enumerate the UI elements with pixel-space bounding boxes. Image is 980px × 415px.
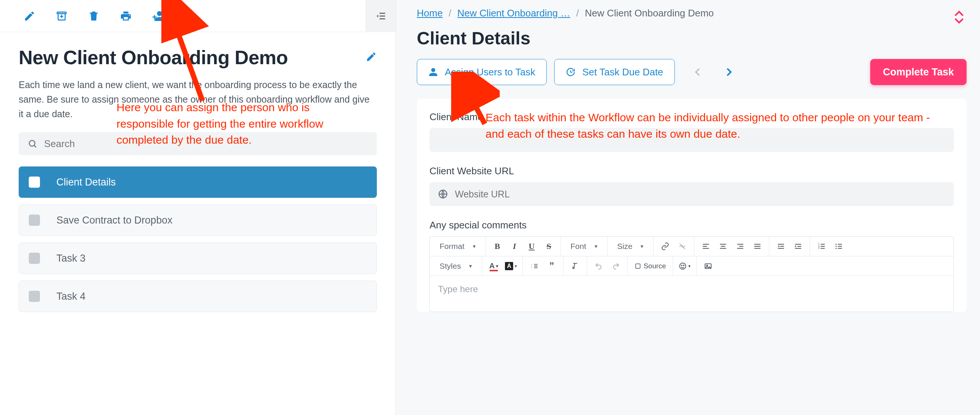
svg-point-7 xyxy=(836,246,837,247)
svg-point-14 xyxy=(706,265,708,266)
edit-title-icon[interactable] xyxy=(366,51,377,64)
rte-strike-icon[interactable]: S xyxy=(542,239,556,253)
rte-align-center-icon[interactable] xyxy=(716,239,730,253)
left-pane: New Client Onboarding Demo Each time we … xyxy=(0,0,396,415)
collapse-left-icon[interactable] xyxy=(366,0,396,32)
edit-icon[interactable] xyxy=(13,5,46,27)
left-toolbar xyxy=(0,0,396,32)
history-icon[interactable] xyxy=(174,5,206,27)
task-label: Task 4 xyxy=(56,291,86,302)
workflow-title: New Client Onboarding Demo xyxy=(19,46,288,69)
rte-align-left-icon[interactable] xyxy=(699,239,713,253)
rte-text-color-icon[interactable]: A▾ xyxy=(487,259,501,273)
collapse-right-icon[interactable] xyxy=(954,10,964,25)
svg-text:3: 3 xyxy=(818,247,820,249)
client-website-wrapper[interactable] xyxy=(430,182,954,206)
action-row: Assign Users to Task Set Task Due Date C… xyxy=(417,59,967,85)
prev-task-arrow xyxy=(689,63,706,81)
checkbox-icon[interactable] xyxy=(29,253,40,264)
breadcrumb-home[interactable]: Home xyxy=(417,8,442,19)
checkbox-icon[interactable] xyxy=(29,215,40,226)
breadcrumb-current: New Client Onboarding Demo xyxy=(585,8,714,19)
breadcrumb-template[interactable]: New Client Onboarding … xyxy=(458,8,570,19)
rte-align-right-icon[interactable] xyxy=(733,239,747,253)
client-website-input[interactable] xyxy=(455,189,946,200)
rte-hr-icon[interactable] xyxy=(527,259,541,273)
task-label: Save Contract to Dropbox xyxy=(56,215,173,226)
right-pane: Home / New Client Onboarding … / New Cli… xyxy=(396,0,980,415)
svg-point-11 xyxy=(682,265,682,266)
svg-point-12 xyxy=(684,265,684,266)
svg-point-1 xyxy=(29,141,35,146)
rte-body[interactable]: Type here xyxy=(430,276,953,312)
task-item[interactable]: Client Details xyxy=(19,166,377,198)
svg-point-8 xyxy=(836,248,837,249)
task-item[interactable]: Task 4 xyxy=(19,280,377,312)
user-icon xyxy=(428,67,438,77)
rte-bullet-list-icon[interactable] xyxy=(832,239,846,253)
task-label: Task 3 xyxy=(56,253,86,264)
rte-bold-icon[interactable]: B xyxy=(490,239,504,253)
rte-unlink-icon[interactable] xyxy=(675,239,689,253)
section-title: Client Details xyxy=(417,28,967,49)
rte-numbered-list-icon[interactable]: 123 xyxy=(815,239,829,253)
rte-toolbar: Format▾ B I U S Font▾ Size▾ xyxy=(430,237,953,276)
rte-bg-color-icon[interactable]: A▾ xyxy=(504,259,518,273)
clock-refresh-icon xyxy=(566,67,576,77)
search-icon xyxy=(28,139,37,149)
task-list: Client DetailsSave Contract to DropboxTa… xyxy=(19,166,377,312)
svg-point-6 xyxy=(836,244,837,245)
rte-indent-icon[interactable] xyxy=(791,239,805,253)
print-icon[interactable] xyxy=(110,5,142,27)
svg-point-10 xyxy=(680,263,686,269)
annotation-left: Here you can assign the person who is re… xyxy=(116,99,363,148)
complete-task-button[interactable]: Complete Task xyxy=(870,59,967,85)
assign-user-icon[interactable] xyxy=(142,5,174,27)
rte-image-icon[interactable] xyxy=(701,259,715,273)
next-task-arrow[interactable] xyxy=(721,63,738,81)
set-due-date-button[interactable]: Set Task Due Date xyxy=(554,59,675,85)
rte-underline-icon[interactable]: U xyxy=(525,239,539,253)
task-label: Client Details xyxy=(56,176,116,188)
rte-emoji-icon[interactable]: ▾ xyxy=(678,259,692,273)
client-website-label: Client Website URL xyxy=(430,165,954,177)
checkbox-icon[interactable] xyxy=(29,291,40,302)
comments-label: Any special comments xyxy=(430,219,954,231)
rte-clear-format-icon[interactable] xyxy=(568,259,582,273)
trash-icon[interactable] xyxy=(78,5,110,27)
rte-size-select[interactable]: Size▾ xyxy=(612,242,649,251)
rte-redo-icon[interactable] xyxy=(609,259,623,273)
assign-users-button[interactable]: Assign Users to Task xyxy=(417,59,547,85)
breadcrumb: Home / New Client Onboarding … / New Cli… xyxy=(417,8,967,19)
rte-italic-icon[interactable]: I xyxy=(508,239,522,253)
svg-rect-9 xyxy=(636,264,640,268)
globe-icon xyxy=(438,189,448,199)
rich-text-editor: Format▾ B I U S Font▾ Size▾ xyxy=(430,236,954,312)
archive-icon[interactable] xyxy=(46,5,78,27)
task-item[interactable]: Task 3 xyxy=(19,242,377,274)
annotation-right: Each task within the Workflow can be ind… xyxy=(485,109,945,142)
rte-align-justify-icon[interactable] xyxy=(750,239,765,253)
rte-blockquote-icon[interactable]: ” xyxy=(544,259,559,273)
rte-font-select[interactable]: Font▾ xyxy=(565,242,603,251)
rte-link-icon[interactable] xyxy=(658,239,672,253)
rte-source-button[interactable]: Source xyxy=(632,262,668,270)
rte-outdent-icon[interactable] xyxy=(774,239,788,253)
task-item[interactable]: Save Contract to Dropbox xyxy=(19,204,377,236)
checkbox-icon[interactable] xyxy=(29,176,40,188)
rte-undo-icon[interactable] xyxy=(592,259,606,273)
rte-format-select[interactable]: Format▾ xyxy=(434,242,481,251)
rte-styles-select[interactable]: Styles▾ xyxy=(434,261,477,271)
